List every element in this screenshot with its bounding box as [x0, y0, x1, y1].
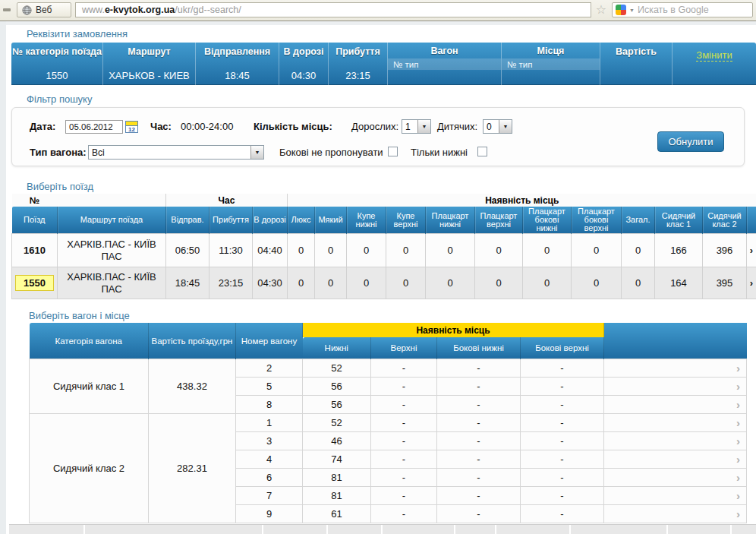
order-wagon-value: [388, 81, 501, 85]
trains-group-num: №: [12, 194, 58, 207]
order-col-arrival-header: Прибуття: [329, 43, 387, 68]
row-arrow-icon[interactable]: ›: [747, 267, 756, 299]
order-col-train-header: № категорія поїзда: [11, 43, 102, 68]
order-col-route-header: Маршрут: [103, 43, 195, 68]
train-duration: 04:30: [253, 267, 288, 299]
wagon-number: 8: [236, 396, 303, 414]
search-dropdown-icon[interactable]: ▼: [629, 8, 635, 13]
seats-side-lower: -: [437, 469, 521, 487]
train-availability-cell: 0: [426, 267, 475, 299]
only-lower-checkbox[interactable]: [477, 147, 487, 156]
seats-side-lower: -: [437, 378, 521, 396]
train-arrival: 11:30: [209, 234, 253, 267]
children-label: Дитячих:: [437, 121, 477, 132]
browser-bar: Веб www.e-kvytok.org.ua/ukr/gd--search/ …: [0, 0, 756, 21]
seats-upper: -: [371, 505, 437, 523]
trains-col-header: Сидячий клас 2: [703, 207, 747, 234]
row-arrow-icon[interactable]: ›: [604, 432, 747, 450]
train-availability-cell: 0: [622, 234, 655, 267]
seats-side-lower: -: [437, 432, 521, 450]
row-arrow-icon[interactable]: ›: [604, 505, 747, 523]
wagon-number: 1: [236, 414, 303, 432]
calendar-icon-day: 12: [126, 126, 137, 133]
row-arrow-icon[interactable]: ›: [604, 396, 747, 414]
seats-upper: -: [371, 450, 437, 469]
wagons-table: Категорія вагона Вартість проїзду,грн Но…: [29, 323, 747, 523]
bookmark-star-icon[interactable]: ☆: [594, 2, 608, 17]
train-departure: 18:45: [166, 267, 209, 299]
wagon-row[interactable]: Сидячий клас 1438.32252---›: [30, 359, 747, 378]
wagon-row[interactable]: Сидячий клас 2282.31152---›: [30, 414, 747, 432]
train-availability-cell: 0: [347, 234, 386, 267]
date-input[interactable]: 05.06.2012: [65, 120, 123, 134]
seats-lower: 56: [303, 396, 371, 414]
trains-col-header: Мякий: [315, 207, 347, 234]
seats-side-lower: -: [437, 450, 521, 469]
order-route-value: ХАРЬКОВ - КИЕВ: [103, 70, 195, 85]
trains-group-header-row: № Час Наявність місць: [12, 194, 756, 207]
reset-button[interactable]: Обнулити: [657, 131, 724, 152]
trains-col-header: Купе верхні: [386, 207, 426, 234]
train-availability-cell: 0: [572, 267, 622, 299]
trains-header-row: ПоїздМаршрут поїздаВідправ.ПрибуттяВ дор…: [12, 207, 756, 234]
train-availability-cell: 396: [703, 234, 747, 267]
wagon-type-select[interactable]: Всі ▼: [88, 145, 264, 160]
children-select-value: 0: [484, 120, 499, 133]
order-col-price-header: Вартість: [600, 43, 672, 68]
train-availability-cell: 0: [288, 234, 315, 267]
order-col-wagon-header: Вагон: [388, 43, 501, 58]
seats-lower: 46: [303, 432, 371, 450]
trains-table-body: 1610ХАРКІВ.ПАС - КИЇВ ПАС06:5011:3004:40…: [12, 234, 756, 299]
row-arrow-icon[interactable]: ›: [604, 359, 747, 378]
seats-upper: -: [371, 414, 437, 432]
calendar-icon[interactable]: 12: [125, 121, 138, 133]
web-tab-button[interactable]: Веб: [17, 2, 71, 17]
row-arrow-icon[interactable]: ›: [747, 234, 756, 267]
seats-side-upper: -: [521, 396, 604, 414]
train-arrival: 23:15: [209, 267, 253, 299]
train-row[interactable]: 1550ХАРКІВ.ПАС - КИЇВ ПАС18:4523:1504:30…: [12, 267, 756, 299]
children-select[interactable]: 0 ▼: [483, 119, 512, 134]
adults-select[interactable]: 1 ▼: [402, 119, 431, 134]
train-availability-cell: 164: [655, 267, 703, 299]
row-arrow-icon[interactable]: ›: [604, 487, 747, 505]
train-availability-cell: 0: [315, 234, 347, 267]
seats-lower: 56: [303, 378, 371, 396]
train-availability-cell: 166: [655, 234, 703, 267]
wagons-header-row-top: Категорія вагона Вартість проїзду,грн Но…: [30, 323, 747, 337]
trains-col-header: Маршрут поїзда: [58, 207, 166, 234]
row-arrow-icon[interactable]: ›: [604, 414, 747, 432]
order-col-duration: В дорозі 04:30: [279, 43, 328, 85]
google-search-input[interactable]: Искать в Google: [638, 5, 709, 15]
trains-col-header: Прибуття: [209, 207, 253, 234]
train-availability-cell: 0: [288, 267, 315, 299]
train-availability-cell: 0: [572, 234, 622, 267]
wagons-col-lower-header: Нижні: [303, 337, 371, 359]
trains-col-header: Плацкарт нижні: [426, 207, 475, 234]
seats-upper: -: [371, 396, 437, 414]
train-availability-cell: 0: [315, 267, 347, 299]
date-label: Дата:: [30, 121, 55, 132]
row-arrow-icon[interactable]: ›: [604, 450, 747, 469]
trains-col-header: В дорозі: [253, 207, 288, 234]
wagon-number: 7: [236, 487, 303, 505]
order-seats-subheader: № тип: [502, 58, 600, 70]
order-col-change: Змінити: [672, 43, 756, 85]
seats-side-upper: -: [521, 505, 604, 523]
row-arrow-icon[interactable]: ›: [604, 378, 747, 396]
browser-menu-icon[interactable]: [3, 8, 11, 11]
no-side-seats-checkbox[interactable]: [388, 147, 398, 156]
order-col-departure-header: Відправлення: [196, 43, 279, 68]
seats-upper: -: [371, 359, 437, 378]
order-col-duration-header: В дорозі: [279, 43, 328, 68]
wagon-number: 9: [236, 505, 303, 523]
change-link[interactable]: Змінити: [696, 49, 732, 62]
url-input[interactable]: www.e-kvytok.org.ua/ukr/gd--search/: [75, 2, 591, 17]
google-search-box[interactable]: ▼ Искать в Google: [612, 2, 753, 17]
row-arrow-icon[interactable]: ›: [604, 469, 747, 487]
trains-section-heading: Виберіть поїзд: [27, 181, 756, 192]
train-row[interactable]: 1610ХАРКІВ.ПАС - КИЇВ ПАС06:5011:3004:40…: [12, 234, 756, 267]
order-departure-value: 18:45: [196, 70, 279, 85]
page: Веб www.e-kvytok.org.ua/ukr/gd--search/ …: [0, 0, 756, 534]
order-col-seats-header: Місця: [502, 43, 600, 58]
